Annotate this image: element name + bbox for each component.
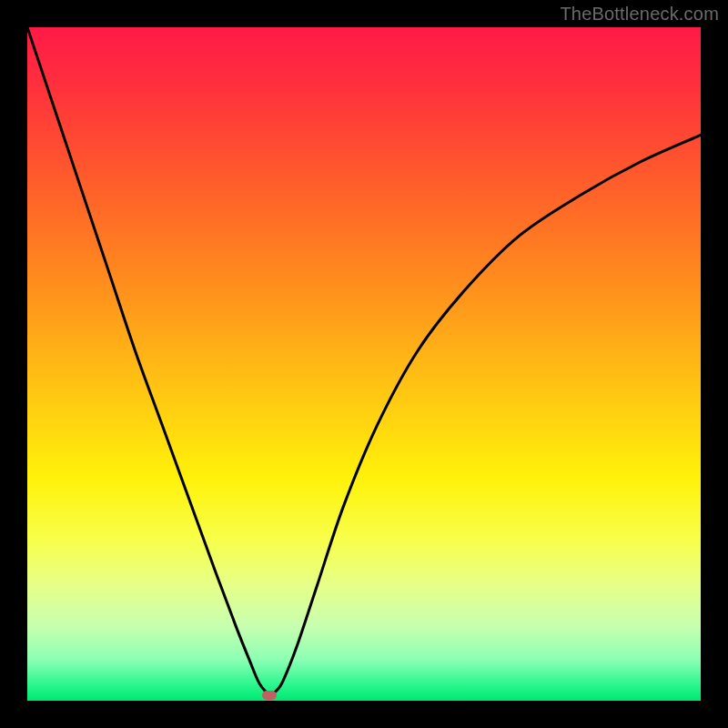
chart-plot-area <box>27 27 701 701</box>
minimum-point-marker <box>262 691 277 700</box>
bottleneck-curve <box>27 27 701 701</box>
watermark-text: TheBottleneck.com <box>560 4 719 25</box>
